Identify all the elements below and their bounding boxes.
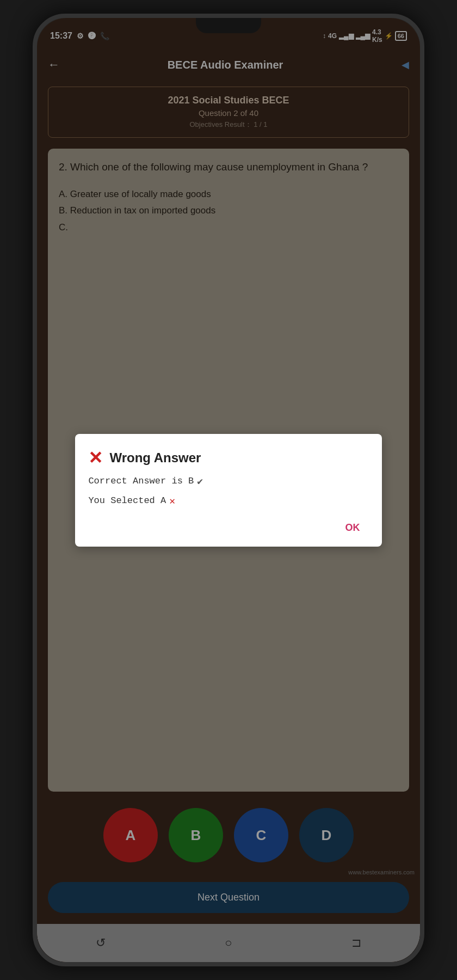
modal-overlay: ✕ Wrong Answer Correct Answer is B ✔ You…	[37, 18, 420, 962]
ok-button[interactable]: OK	[337, 518, 369, 538]
selected-answer-text: You Selected A	[88, 495, 166, 506]
modal-title: Wrong Answer	[109, 450, 201, 465]
correct-answer-row: Correct Answer is B ✔	[88, 475, 368, 487]
modal-ok-row: OK	[88, 518, 368, 538]
wrong-icon-large: ✕	[88, 449, 103, 467]
modal-title-row: ✕ Wrong Answer	[88, 449, 368, 467]
correct-answer-text: Correct Answer is B	[88, 476, 194, 486]
wrong-answer-dialog: ✕ Wrong Answer Correct Answer is B ✔ You…	[75, 434, 381, 547]
wrong-icon-small: ✕	[169, 495, 175, 507]
check-mark-icon: ✔	[197, 475, 203, 487]
selected-answer-row: You Selected A ✕	[88, 495, 368, 507]
